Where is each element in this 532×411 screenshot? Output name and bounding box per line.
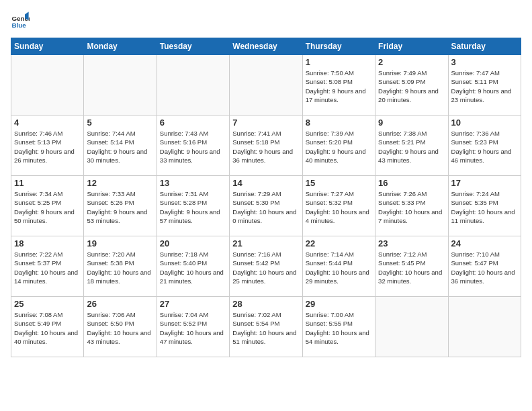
day-number: 6 (160, 118, 226, 128)
calendar-cell (84, 55, 157, 116)
page-header: General Blue (11, 11, 521, 30)
svg-text:Blue: Blue (11, 21, 26, 29)
calendar-cell: 26Sunrise: 7:06 AMSunset: 5:50 PMDayligh… (84, 297, 157, 357)
cell-content: Sunrise: 7:24 AMSunset: 5:35 PMDaylight:… (451, 189, 518, 225)
calendar-table: SundayMondayTuesdayWednesdayThursdayFrid… (11, 38, 521, 357)
weekday-header-friday: Friday (375, 38, 448, 55)
calendar-cell: 5Sunrise: 7:44 AMSunset: 5:14 PMDaylight… (84, 116, 157, 176)
day-number: 7 (232, 118, 299, 128)
cell-content: Sunrise: 7:47 AMSunset: 5:11 PMDaylight:… (451, 68, 518, 104)
day-number: 15 (306, 178, 372, 188)
calendar-cell: 19Sunrise: 7:20 AMSunset: 5:38 PMDayligh… (84, 236, 157, 297)
cell-content: Sunrise: 7:14 AMSunset: 5:44 PMDaylight:… (306, 250, 372, 285)
cell-content: Sunrise: 7:31 AMSunset: 5:28 PMDaylight:… (160, 189, 226, 225)
calendar-cell: 16Sunrise: 7:26 AMSunset: 5:33 PMDayligh… (375, 176, 448, 236)
day-number: 19 (87, 238, 153, 248)
calendar-cell (448, 297, 521, 357)
calendar-cell: 1Sunrise: 7:50 AMSunset: 5:08 PMDaylight… (302, 55, 375, 116)
day-number: 26 (87, 299, 153, 309)
cell-content: Sunrise: 7:02 AMSunset: 5:54 PMDaylight:… (232, 310, 299, 346)
calendar-cell: 27Sunrise: 7:04 AMSunset: 5:52 PMDayligh… (157, 297, 229, 357)
calendar-cell: 12Sunrise: 7:33 AMSunset: 5:26 PMDayligh… (84, 176, 157, 236)
calendar-cell (375, 297, 448, 357)
day-number: 1 (306, 57, 372, 67)
logo-icon: General Blue (11, 11, 30, 30)
cell-content: Sunrise: 7:26 AMSunset: 5:33 PMDaylight:… (378, 189, 445, 225)
weekday-header-tuesday: Tuesday (157, 38, 229, 55)
calendar-cell (230, 55, 302, 116)
calendar-cell: 7Sunrise: 7:41 AMSunset: 5:18 PMDaylight… (230, 116, 302, 176)
calendar-cell: 11Sunrise: 7:34 AMSunset: 5:25 PMDayligh… (11, 176, 84, 236)
day-number: 5 (87, 118, 153, 128)
day-number: 25 (14, 299, 81, 309)
weekday-header-saturday: Saturday (448, 38, 521, 55)
day-number: 28 (232, 299, 299, 309)
cell-content: Sunrise: 7:44 AMSunset: 5:14 PMDaylight:… (87, 129, 153, 165)
calendar-cell: 25Sunrise: 7:08 AMSunset: 5:49 PMDayligh… (11, 297, 84, 357)
calendar-cell: 24Sunrise: 7:10 AMSunset: 5:47 PMDayligh… (448, 236, 521, 297)
calendar-cell: 8Sunrise: 7:39 AMSunset: 5:20 PMDaylight… (302, 116, 375, 176)
logo: General Blue (11, 11, 32, 30)
calendar-cell: 18Sunrise: 7:22 AMSunset: 5:37 PMDayligh… (11, 236, 84, 297)
day-number: 27 (160, 299, 226, 309)
weekday-header-sunday: Sunday (11, 38, 84, 55)
cell-content: Sunrise: 7:39 AMSunset: 5:20 PMDaylight:… (306, 129, 372, 165)
calendar-cell: 6Sunrise: 7:43 AMSunset: 5:16 PMDaylight… (157, 116, 229, 176)
day-number: 3 (451, 57, 518, 67)
calendar-cell: 29Sunrise: 7:00 AMSunset: 5:55 PMDayligh… (302, 297, 375, 357)
cell-content: Sunrise: 7:50 AMSunset: 5:08 PMDaylight:… (306, 68, 372, 104)
day-number: 4 (14, 118, 81, 128)
calendar-cell (11, 55, 84, 116)
day-number: 8 (306, 118, 372, 128)
day-number: 18 (14, 238, 81, 248)
cell-content: Sunrise: 7:12 AMSunset: 5:45 PMDaylight:… (378, 250, 445, 285)
cell-content: Sunrise: 7:46 AMSunset: 5:13 PMDaylight:… (14, 129, 81, 165)
weekday-header-thursday: Thursday (302, 38, 375, 55)
day-number: 23 (378, 238, 445, 248)
day-number: 20 (160, 238, 226, 248)
calendar-cell (157, 55, 229, 116)
weekday-header-monday: Monday (84, 38, 157, 55)
day-number: 10 (451, 118, 518, 128)
day-number: 14 (232, 178, 299, 188)
calendar-cell: 4Sunrise: 7:46 AMSunset: 5:13 PMDaylight… (11, 116, 84, 176)
calendar-cell: 9Sunrise: 7:38 AMSunset: 5:21 PMDaylight… (375, 116, 448, 176)
cell-content: Sunrise: 7:16 AMSunset: 5:42 PMDaylight:… (232, 250, 299, 285)
cell-content: Sunrise: 7:06 AMSunset: 5:50 PMDaylight:… (87, 310, 153, 346)
calendar-cell: 2Sunrise: 7:49 AMSunset: 5:09 PMDaylight… (375, 55, 448, 116)
cell-content: Sunrise: 7:38 AMSunset: 5:21 PMDaylight:… (378, 129, 445, 165)
cell-content: Sunrise: 7:20 AMSunset: 5:38 PMDaylight:… (87, 250, 153, 285)
day-number: 12 (87, 178, 153, 188)
cell-content: Sunrise: 7:22 AMSunset: 5:37 PMDaylight:… (14, 250, 81, 285)
day-number: 16 (378, 178, 445, 188)
calendar-cell: 23Sunrise: 7:12 AMSunset: 5:45 PMDayligh… (375, 236, 448, 297)
calendar-cell: 28Sunrise: 7:02 AMSunset: 5:54 PMDayligh… (230, 297, 302, 357)
day-number: 29 (306, 299, 372, 309)
calendar-cell: 17Sunrise: 7:24 AMSunset: 5:35 PMDayligh… (448, 176, 521, 236)
cell-content: Sunrise: 7:41 AMSunset: 5:18 PMDaylight:… (232, 129, 299, 165)
day-number: 17 (451, 178, 518, 188)
day-number: 21 (232, 238, 299, 248)
calendar-cell: 14Sunrise: 7:29 AMSunset: 5:30 PMDayligh… (230, 176, 302, 236)
cell-content: Sunrise: 7:49 AMSunset: 5:09 PMDaylight:… (378, 68, 445, 104)
calendar-cell: 20Sunrise: 7:18 AMSunset: 5:40 PMDayligh… (157, 236, 229, 297)
calendar-cell: 21Sunrise: 7:16 AMSunset: 5:42 PMDayligh… (230, 236, 302, 297)
calendar-cell: 22Sunrise: 7:14 AMSunset: 5:44 PMDayligh… (302, 236, 375, 297)
calendar-cell: 10Sunrise: 7:36 AMSunset: 5:23 PMDayligh… (448, 116, 521, 176)
day-number: 9 (378, 118, 445, 128)
cell-content: Sunrise: 7:34 AMSunset: 5:25 PMDaylight:… (14, 189, 81, 225)
cell-content: Sunrise: 7:10 AMSunset: 5:47 PMDaylight:… (451, 250, 518, 285)
cell-content: Sunrise: 7:36 AMSunset: 5:23 PMDaylight:… (451, 129, 518, 165)
cell-content: Sunrise: 7:29 AMSunset: 5:30 PMDaylight:… (232, 189, 299, 225)
cell-content: Sunrise: 7:00 AMSunset: 5:55 PMDaylight:… (306, 310, 372, 346)
cell-content: Sunrise: 7:08 AMSunset: 5:49 PMDaylight:… (14, 310, 81, 346)
calendar-cell: 13Sunrise: 7:31 AMSunset: 5:28 PMDayligh… (157, 176, 229, 236)
day-number: 22 (306, 238, 372, 248)
cell-content: Sunrise: 7:04 AMSunset: 5:52 PMDaylight:… (160, 310, 226, 346)
cell-content: Sunrise: 7:27 AMSunset: 5:32 PMDaylight:… (306, 189, 372, 225)
cell-content: Sunrise: 7:43 AMSunset: 5:16 PMDaylight:… (160, 129, 226, 165)
calendar-cell: 15Sunrise: 7:27 AMSunset: 5:32 PMDayligh… (302, 176, 375, 236)
weekday-header-wednesday: Wednesday (230, 38, 302, 55)
day-number: 24 (451, 238, 518, 248)
day-number: 2 (378, 57, 445, 67)
